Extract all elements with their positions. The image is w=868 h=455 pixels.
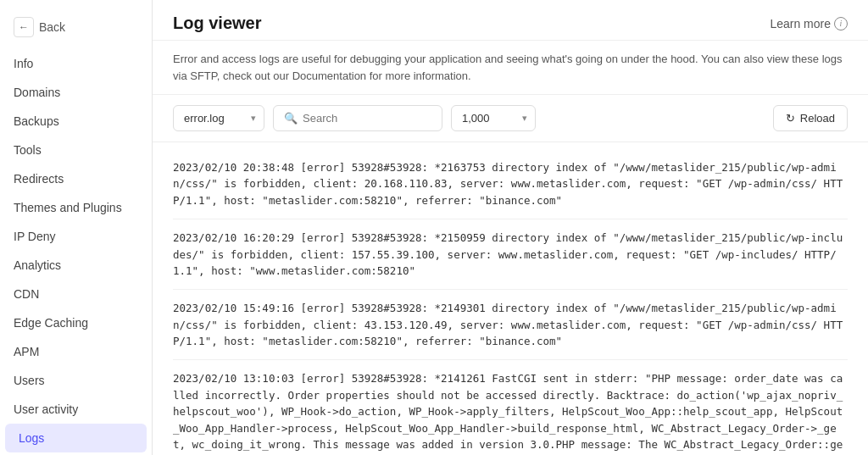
log-file-select[interactable]: error.logaccess.log: [173, 105, 264, 131]
info-icon: i: [834, 17, 848, 31]
log-entry: 2023/02/10 13:10:03 [error] 53928#53928:…: [173, 360, 848, 455]
log-content: 2023/02/10 20:38:48 [error] 53928#53928:…: [153, 142, 868, 455]
sidebar-item-backups[interactable]: Backups: [0, 107, 152, 136]
search-input[interactable]: [303, 112, 431, 125]
sidebar-item-user-activity[interactable]: User activity: [0, 395, 152, 424]
reload-icon: ↻: [786, 112, 795, 125]
reload-label: Reload: [800, 112, 835, 125]
sidebar-item-info[interactable]: Info: [0, 49, 152, 78]
log-file-select-wrapper: error.logaccess.log ▾: [173, 105, 264, 131]
sidebar-item-domains[interactable]: Domains: [0, 78, 152, 107]
learn-more-link[interactable]: Learn more i: [770, 17, 848, 31]
sidebar-item-themes-and-plugins[interactable]: Themes and Plugins: [0, 193, 152, 222]
sidebar-item-logs[interactable]: Logs: [5, 424, 147, 452]
log-entry: 2023/02/10 15:49:16 [error] 53928#53928:…: [173, 290, 848, 360]
learn-more-label: Learn more: [770, 17, 831, 31]
description-text: Error and access logs are useful for deb…: [173, 53, 843, 82]
sidebar-item-users[interactable]: Users: [0, 366, 152, 395]
log-entry: 2023/02/10 20:38:48 [error] 53928#53928:…: [173, 149, 848, 219]
toolbar: error.logaccess.log ▾ 🔍 1,00050010050 ▾ …: [153, 95, 868, 142]
top-bar: Log viewer Learn more i: [153, 0, 868, 41]
back-button[interactable]: ← Back: [0, 10, 152, 44]
description: Error and access logs are useful for deb…: [153, 41, 868, 95]
sidebar-item-apm[interactable]: APM: [0, 337, 152, 366]
search-icon: 🔍: [284, 112, 298, 125]
page-title: Log viewer: [173, 14, 261, 33]
sidebar-item-analytics[interactable]: Analytics: [0, 251, 152, 280]
sidebar-item-cdn[interactable]: CDN: [0, 280, 152, 308]
search-box: 🔍: [273, 105, 442, 131]
sidebar-item-ip-deny[interactable]: IP Deny: [0, 222, 152, 251]
back-label: Back: [39, 20, 65, 34]
sidebar-item-edge-caching[interactable]: Edge Caching: [0, 308, 152, 337]
lines-select-wrapper: 1,00050010050 ▾: [451, 105, 536, 131]
main-content: Log viewer Learn more i Error and access…: [153, 0, 868, 455]
log-entry: 2023/02/10 16:20:29 [error] 53928#53928:…: [173, 219, 848, 290]
back-arrow-icon: ←: [14, 17, 34, 37]
reload-button[interactable]: ↻ Reload: [773, 105, 848, 131]
sidebar-item-redirects[interactable]: Redirects: [0, 164, 152, 193]
sidebar-item-tools[interactable]: Tools: [0, 136, 152, 164]
lines-select[interactable]: 1,00050010050: [451, 105, 536, 131]
sidebar: ← Back InfoDomainsBackupsToolsRedirectsT…: [0, 0, 153, 455]
